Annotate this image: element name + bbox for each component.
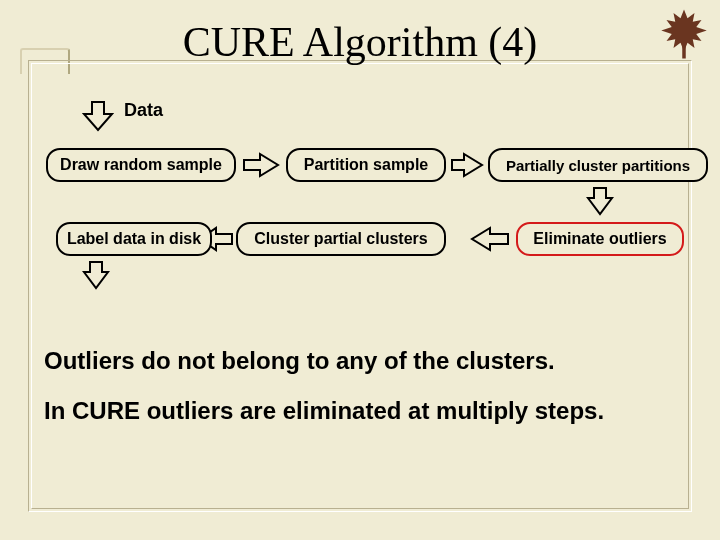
slide-title: CURE Algorithm (4)	[0, 18, 720, 66]
arrow-down-icon	[582, 186, 618, 218]
arrow-right-icon	[242, 150, 282, 180]
arrow-left-icon	[466, 224, 510, 254]
data-label: Data	[124, 100, 163, 121]
arrow-right-icon	[450, 150, 486, 180]
node-cluster-partial: Cluster partial clusters	[236, 222, 446, 256]
node-label-disk: Label data in disk	[56, 222, 212, 256]
arrow-down-icon	[78, 100, 118, 134]
node-partition-sample: Partition sample	[286, 148, 446, 182]
arrow-down-icon	[78, 260, 114, 292]
body-line-2: In CURE outliers are eliminated at multi…	[44, 396, 684, 426]
content-frame	[28, 60, 692, 512]
node-partial-cluster: Partially cluster partitions	[488, 148, 708, 182]
node-draw-sample: Draw random sample	[46, 148, 236, 182]
node-eliminate-outliers: Eliminate outliers	[516, 222, 684, 256]
body-line-1: Outliers do not belong to any of the clu…	[44, 346, 684, 376]
